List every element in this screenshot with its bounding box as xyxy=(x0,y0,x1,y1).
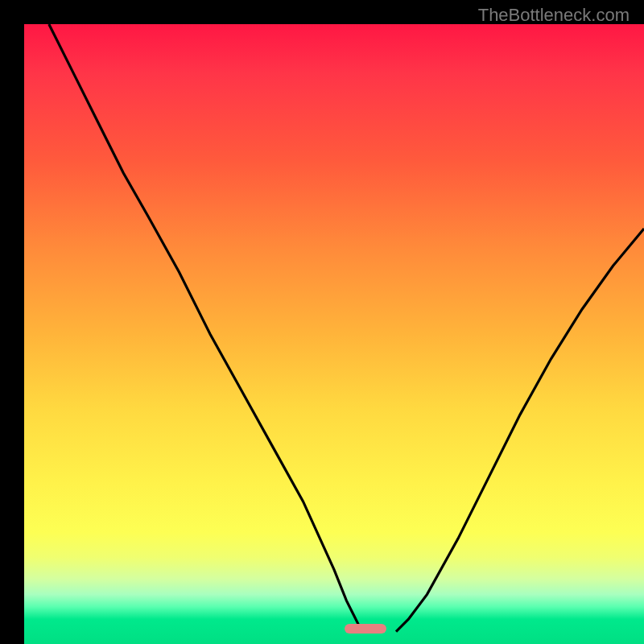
chart-plot-area xyxy=(24,24,644,644)
optimal-marker xyxy=(345,624,386,634)
left-curve-path xyxy=(49,24,365,632)
bottleneck-curve xyxy=(24,24,644,644)
watermark-text: TheBottleneck.com xyxy=(478,5,630,26)
right-curve-path xyxy=(396,229,644,631)
